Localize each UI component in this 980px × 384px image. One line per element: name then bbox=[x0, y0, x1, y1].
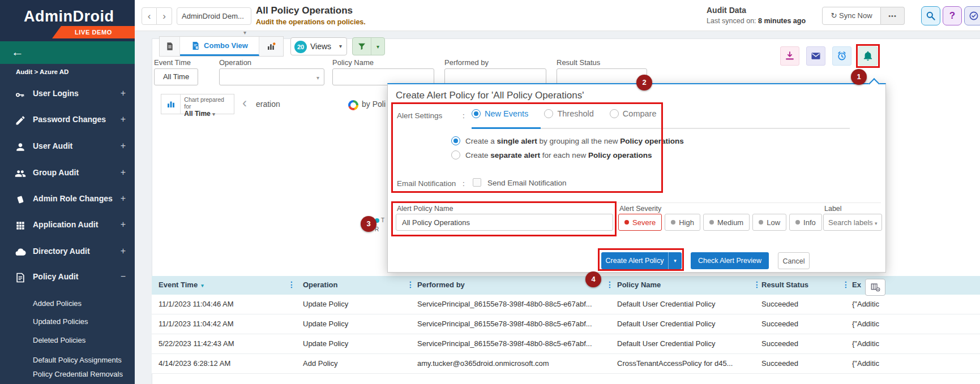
create-alert-split-arrow[interactable]: ▾ bbox=[668, 252, 682, 269]
table-row[interactable]: 5/22/2023 11:42:43 AMUpdate PolicyServic… bbox=[152, 334, 980, 354]
column-header-performed-by[interactable]: Performed by bbox=[417, 281, 465, 289]
tab-chart-view[interactable] bbox=[259, 37, 283, 56]
severity-chip-medium[interactable]: Medium bbox=[703, 214, 750, 231]
question-icon: ? bbox=[949, 10, 955, 21]
filter-button[interactable]: ▾ bbox=[352, 37, 385, 55]
severity-chip-severe[interactable]: Severe bbox=[618, 214, 662, 231]
tab-combo-view[interactable]: Combo View bbox=[180, 37, 259, 56]
mode-radio-compare[interactable]: Compare bbox=[610, 109, 657, 118]
filter-label-operation: Operation bbox=[219, 58, 251, 67]
mode-radio-new-events[interactable]: New Events bbox=[472, 109, 528, 118]
grouping-option-2[interactable]: Create separate alert for each new Polic… bbox=[451, 150, 652, 159]
alert-policy-name-input[interactable] bbox=[396, 214, 613, 231]
cell-policy-name: Default User Credential Policy bbox=[617, 320, 756, 328]
cell-ex: {"Additic bbox=[852, 320, 980, 328]
sidebar-item-directory-audit[interactable]: Directory Audit+ bbox=[0, 241, 135, 264]
column-header-result-status[interactable]: Result Status bbox=[761, 281, 808, 289]
sidebar-subitem-added-policies[interactable]: Added Policies bbox=[0, 296, 135, 312]
sidebar-item-user-logins[interactable]: User Logins+ bbox=[0, 83, 135, 106]
expand-icon[interactable]: + bbox=[121, 88, 126, 98]
schedule-button[interactable] bbox=[832, 46, 851, 66]
option-text: Create separate alert for each new Polic… bbox=[465, 151, 652, 159]
cell-result-status: Succeeded bbox=[761, 339, 846, 348]
back-arrow-icon[interactable]: ← bbox=[11, 45, 24, 59]
chart-tab-partial-right[interactable]: by Poli bbox=[362, 100, 386, 109]
policy-icon bbox=[15, 272, 26, 283]
sidebar-item-policy-audit[interactable]: Policy Audit− bbox=[0, 266, 135, 289]
more-options-button[interactable]: ••• bbox=[881, 7, 905, 25]
step-badge-4: 4 bbox=[585, 271, 601, 287]
chart-prepared-box[interactable]: Chart prepared for All Time ▾ bbox=[161, 94, 234, 114]
column-chooser-button[interactable] bbox=[865, 279, 885, 296]
sidebar-subitem-default-policy-assignments[interactable]: Default Policy Assignments bbox=[0, 353, 135, 369]
alert-button[interactable] bbox=[858, 46, 878, 66]
radio-icon bbox=[610, 109, 619, 118]
expand-icon[interactable]: + bbox=[121, 246, 126, 256]
sidebar-item-application-audit[interactable]: Application Audit+ bbox=[0, 214, 135, 237]
dialog-divider bbox=[393, 202, 881, 203]
topbar: ‹ › AdminDroid Dem... ▾ All Policy Opera… bbox=[135, 0, 980, 31]
collapse-icon[interactable]: − bbox=[121, 271, 126, 282]
column-header-operation[interactable]: Operation bbox=[303, 281, 337, 289]
sidebar-subitem-label: Policy Credential Removals bbox=[33, 370, 123, 378]
chart-carousel-left[interactable]: ‹ bbox=[242, 95, 247, 111]
nav-back-button[interactable]: ‹ bbox=[142, 7, 157, 25]
column-menu-icon[interactable]: ⋮ bbox=[753, 280, 761, 289]
views-dropdown[interactable]: 20 Views ▾ bbox=[290, 37, 347, 55]
user-icon bbox=[15, 141, 26, 153]
sidebar-subitem-updated-policies[interactable]: Updated Policies bbox=[0, 314, 135, 330]
send-email-checkbox[interactable] bbox=[473, 178, 481, 187]
column-menu-icon[interactable]: ⋮ bbox=[288, 280, 296, 289]
mode-radio-threshold[interactable]: Threshold bbox=[544, 109, 593, 118]
cancel-button[interactable]: Cancel bbox=[778, 252, 810, 269]
email-report-button[interactable] bbox=[806, 46, 825, 66]
export-button[interactable] bbox=[780, 46, 799, 66]
chart-range-selector[interactable]: All Time ▾ bbox=[184, 110, 230, 118]
column-header-ex[interactable]: Ex bbox=[852, 281, 861, 289]
filter-dropdown-arrow[interactable]: ▾ bbox=[371, 38, 384, 55]
search-button[interactable] bbox=[921, 6, 940, 25]
cell-result-status: Succeeded bbox=[761, 359, 846, 368]
sidebar-item-password-changes[interactable]: Password Changes+ bbox=[0, 109, 135, 132]
filter-select-operation[interactable]: ▾ bbox=[219, 68, 324, 85]
cell-ex: {"Additic bbox=[852, 339, 980, 348]
nav-forward-button[interactable]: › bbox=[157, 7, 172, 25]
sidebar-item-group-audit[interactable]: Group Audit+ bbox=[0, 162, 135, 185]
column-header-event-time[interactable]: Event Time▾ bbox=[159, 281, 204, 289]
sidebar-subitem-policy-credential-removals[interactable]: Policy Credential Removals bbox=[0, 367, 135, 383]
task-status-button[interactable] bbox=[964, 6, 980, 25]
severity-chip-info[interactable]: Info bbox=[789, 214, 822, 231]
column-header-policy-name[interactable]: Policy Name bbox=[617, 281, 661, 289]
table-row[interactable]: 4/14/2023 6:28:12 AMAdd Policyamy.tucker… bbox=[152, 354, 980, 374]
table-row[interactable]: 11/1/2023 11:04:42 AMUpdate PolicyServic… bbox=[152, 314, 980, 334]
bell-icon bbox=[862, 50, 874, 62]
grouping-option-1[interactable]: Create a single alert by grouping all th… bbox=[451, 136, 684, 145]
severity-chip-low[interactable]: Low bbox=[752, 214, 786, 231]
label-search-input[interactable] bbox=[823, 214, 882, 231]
sidebar-item-admin-role-changes[interactable]: Admin Role Changes+ bbox=[0, 188, 135, 211]
chart-tab-partial-left[interactable]: eration bbox=[256, 100, 280, 109]
tab-grid-view[interactable] bbox=[160, 37, 180, 56]
column-menu-icon[interactable]: ⋮ bbox=[606, 280, 614, 289]
expand-icon[interactable]: + bbox=[121, 167, 126, 178]
sync-now-button[interactable]: ↻ Sync Now bbox=[822, 7, 881, 25]
expand-icon[interactable]: + bbox=[121, 219, 126, 230]
filter-input-event-time[interactable]: All Time bbox=[154, 68, 198, 85]
sidebar-item-user-audit[interactable]: User Audit+ bbox=[0, 136, 135, 158]
create-alert-policy-button[interactable]: Create Alert Policy bbox=[601, 252, 668, 269]
alert-settings-label: Alert Settings bbox=[397, 111, 442, 120]
column-menu-icon[interactable]: ⋮ bbox=[406, 280, 414, 289]
app-logo: AdminDroid bbox=[24, 8, 114, 25]
severity-chip-high[interactable]: High bbox=[665, 214, 700, 231]
back-band[interactable]: ← bbox=[0, 41, 135, 64]
help-button[interactable]: ? bbox=[943, 6, 962, 25]
column-menu-icon[interactable]: ⋮ bbox=[842, 280, 850, 289]
check-alert-preview-button[interactable]: Check Alert Preview bbox=[691, 252, 769, 269]
expand-icon[interactable]: + bbox=[121, 141, 126, 151]
org-selector[interactable]: AdminDroid Dem... ▾ bbox=[177, 7, 251, 25]
expand-icon[interactable]: + bbox=[121, 193, 126, 204]
sidebar-subitem-deleted-policies[interactable]: Deleted Policies bbox=[0, 333, 135, 349]
table-row[interactable]: 11/1/2023 11:04:46 AMUpdate PolicyServic… bbox=[152, 295, 980, 314]
sort-icon[interactable]: ▾ bbox=[201, 283, 204, 288]
expand-icon[interactable]: + bbox=[121, 114, 126, 124]
